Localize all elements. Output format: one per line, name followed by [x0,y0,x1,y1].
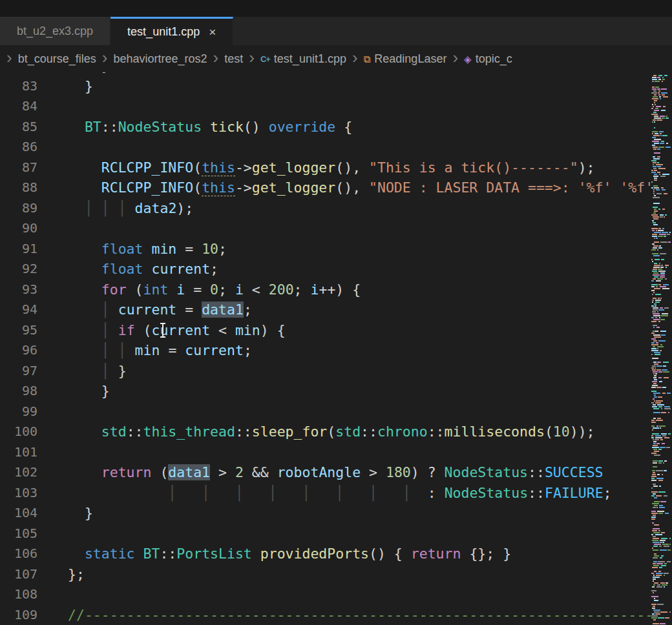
code-text: │ │ min = current; [37,340,252,361]
line-number: 91 [0,239,37,260]
code-text: return (data1 > 2 && robotAngle > 180) ?… [37,462,604,483]
code-line[interactable]: 104 } [0,503,672,524]
code-text: RCLCPP_INFO(this->get_logger(), "This is… [37,158,595,178]
line-number: 95 [0,320,37,341]
code-text: } [37,76,93,97]
line-number: 93 [0,280,37,300]
line-number: 104 [0,503,37,524]
line-number: 103 [0,483,37,504]
line-number: 98 [0,381,37,402]
code-editor[interactable]: 82 }83 }8485 BT::NodeStatus tick() overr… [0,72,672,625]
code-line[interactable]: 97 │ } [0,361,672,382]
code-text: std::this_thread::sleep_for(std::chrono:… [37,422,595,442]
code-line[interactable]: 88 RCLCPP_INFO(this->get_logger(), "NODE… [0,178,672,198]
line-number: 96 [0,340,37,361]
close-tab-button[interactable]: × [209,26,216,38]
code-line[interactable]: 90 [0,218,672,239]
code-text [37,442,68,463]
code-line[interactable]: 91 float min = 10; [0,239,672,260]
line-number: 85 [0,117,37,138]
breadcrumb-item-topic_c[interactable]: ◈topic_c [464,52,512,66]
code-text: │ current = data1; [37,300,252,320]
code-line[interactable]: 107}; [0,564,672,585]
tab-bt_u2_ex3.cpp[interactable]: bt_u2_ex3.cpp [0,17,110,45]
code-line[interactable]: 99 [0,402,672,422]
tab-test_unit1.cpp[interactable]: test_unit1.cpp× [110,17,233,45]
code-line[interactable]: 100 std::this_thread::sleep_for(std::chr… [0,422,672,442]
line-number: 100 [0,422,37,442]
code-line[interactable]: 86 [0,137,672,158]
code-line[interactable]: 94 │ current = data1; [0,300,672,320]
code-line[interactable]: 87 RCLCPP_INFO(this->get_logger(), "This… [0,158,672,178]
line-number: 107 [0,564,37,585]
cpp-file-icon: C+ [260,55,270,63]
code-text: } [37,503,93,524]
code-text: │ } [37,361,127,382]
line-number: 99 [0,402,37,422]
code-line[interactable]: 98 } [0,381,672,402]
code-text: float min = 10; [37,239,227,260]
code-text [37,137,68,158]
code-text: static BT::PortsList providedPorts() { r… [37,544,511,564]
line-number: 105 [0,524,37,544]
code-text [37,402,68,422]
code-line[interactable]: 92 float current; [0,259,672,280]
symbol-class-icon: ⧉ [364,54,371,64]
breadcrumb-item-ReadingLaser[interactable]: ⧉ReadingLaser [364,52,447,66]
code-line[interactable]: 101 [0,442,672,463]
line-number: 86 [0,137,37,158]
code-line[interactable]: 109//-----------------------------------… [0,605,672,625]
line-number: 83 [0,76,37,97]
breadcrumb-label: behaviortree_ros2 [113,52,207,66]
line-number: 90 [0,218,37,239]
line-number: 109 [0,605,37,625]
titlebar [0,0,672,17]
breadcrumb: ›bt_course_files›behaviortree_ros2›test›… [0,45,672,72]
line-number: 102 [0,462,37,483]
breadcrumb-item-test[interactable]: test [224,52,243,66]
code-lines: 82 }83 }8485 BT::NodeStatus tick() overr… [0,72,672,625]
code-text [37,96,68,117]
breadcrumb-item-test_unit1.cpp[interactable]: C+test_unit1.cpp [260,52,346,66]
code-line[interactable]: 93 for (int i = 0; i < 200; i++) { [0,280,672,300]
tab-label: bt_u2_ex3.cpp [17,25,93,38]
breadcrumb-label: topic_c [476,52,512,66]
text-cursor-icon [159,323,167,338]
code-line[interactable]: 85 BT::NodeStatus tick() override { [0,117,672,138]
line-number: 88 [0,178,37,198]
symbol-method-icon: ◈ [464,54,472,64]
code-line[interactable]: 89 │ │ │ data2); [0,198,672,219]
breadcrumb-item-bt_course_files[interactable]: bt_course_files [18,52,96,66]
line-number: 97 [0,361,37,382]
line-number: 101 [0,442,37,463]
code-text [37,218,68,239]
breadcrumb-label: ReadingLaser [374,52,446,66]
code-line[interactable]: 106 static BT::PortsList providedPorts()… [0,544,672,564]
code-text: RCLCPP_INFO(this->get_logger(), "NODE : … [37,178,653,198]
minimap[interactable] [651,72,672,625]
line-number: 94 [0,300,37,320]
line-number: 92 [0,259,37,280]
line-number: 108 [0,584,37,605]
breadcrumb-label: test [224,52,243,66]
code-text: │ │ │ │ │ │ │ │ : NodeStatus::FAILURE; [37,483,612,504]
code-text [37,524,68,544]
code-line[interactable]: 83 } [0,76,672,97]
code-text: //--------------------------------------… [37,605,672,625]
code-text: } [37,381,110,402]
breadcrumb-item-behaviortree_ros2[interactable]: behaviortree_ros2 [113,52,207,66]
code-line[interactable]: 105 [0,524,672,544]
line-number: 106 [0,544,37,564]
tab-label: test_unit1.cpp [127,25,200,39]
code-line[interactable]: 108 [0,584,672,605]
code-text [37,584,68,605]
code-line[interactable]: 96 │ │ min = current; [0,340,672,361]
code-text: }; [37,564,85,585]
code-text: BT::NodeStatus tick() override { [37,117,352,138]
line-number: 87 [0,158,37,178]
code-line[interactable]: 95 │ if (current < min) { [0,320,672,341]
code-line[interactable]: 102 return (data1 > 2 && robotAngle > 18… [0,462,672,483]
code-line[interactable]: 103 │ │ │ │ │ │ │ │ : NodeStatus::FAILUR… [0,483,672,504]
code-text: float current; [37,259,218,280]
code-line[interactable]: 84 [0,96,672,117]
